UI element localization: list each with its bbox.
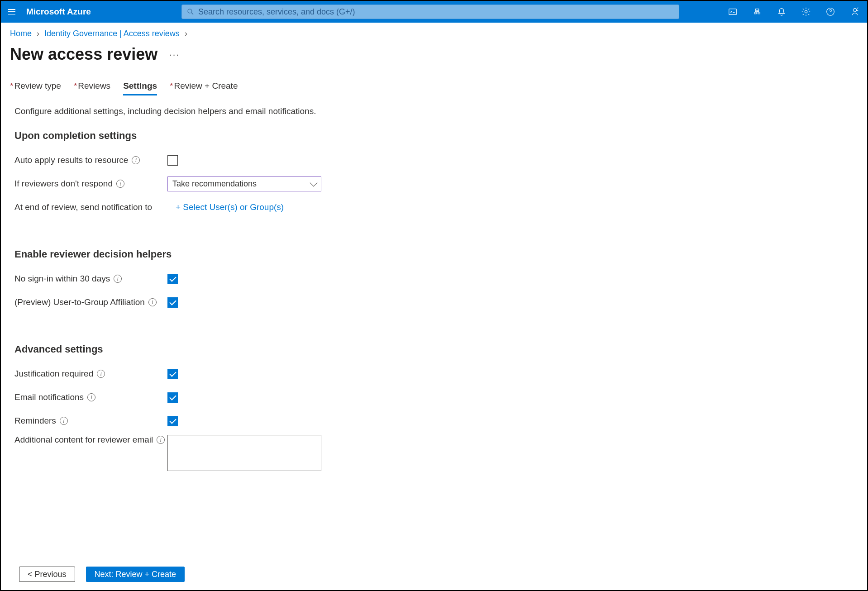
select-no-respond[interactable]: Take recommendations [167, 176, 321, 191]
chevron-right-icon: › [185, 29, 187, 38]
search-box[interactable] [181, 5, 679, 19]
label-no-respond: If reviewers don't respond [14, 179, 113, 189]
breadcrumb-identity-governance[interactable]: Identity Governance | Access reviews [44, 29, 180, 38]
info-icon[interactable]: i [116, 180, 124, 188]
chevron-down-icon [310, 179, 318, 187]
label-justification: Justification required [14, 369, 93, 379]
search-icon [186, 8, 195, 16]
notifications-icon[interactable] [769, 1, 794, 23]
section-upon-completion: Upon completion settings [14, 130, 854, 142]
wizard-footer: < Previous Next: Review + Create [1, 560, 867, 590]
info-icon[interactable]: i [87, 393, 95, 401]
tab-reviews[interactable]: *Reviews [74, 78, 110, 95]
textarea-additional-content[interactable] [167, 435, 321, 471]
cloud-shell-icon[interactable] [720, 1, 745, 23]
hamburger-icon [8, 9, 15, 14]
label-no-signin: No sign-in within 30 days [14, 274, 110, 284]
feedback-icon[interactable] [843, 1, 867, 23]
info-icon[interactable]: i [114, 275, 122, 283]
brand-label: Microsoft Azure [26, 7, 91, 17]
info-icon[interactable]: i [148, 298, 157, 306]
info-icon[interactable]: i [157, 436, 165, 444]
label-reminders: Reminders [14, 416, 56, 426]
checkbox-reminders[interactable] [167, 416, 178, 426]
section-decision-helpers: Enable reviewer decision helpers [14, 248, 854, 260]
svg-point-5 [853, 9, 856, 12]
top-icons [720, 1, 867, 23]
next-button[interactable]: Next: Review + Create [86, 567, 185, 582]
previous-button[interactable]: < Previous [19, 567, 75, 582]
directories-icon[interactable] [745, 1, 769, 23]
checkbox-user-group-affiliation[interactable] [167, 297, 178, 308]
tab-review-type[interactable]: *Review type [10, 78, 61, 95]
select-no-respond-value: Take recommendations [172, 179, 257, 189]
checkbox-auto-apply[interactable] [167, 155, 178, 166]
link-select-users[interactable]: + Select User(s) or Group(s) [176, 202, 284, 212]
top-bar: Microsoft Azure [1, 1, 867, 23]
svg-point-0 [188, 9, 192, 13]
label-email-notifications: Email notifications [14, 392, 84, 402]
section-advanced: Advanced settings [14, 343, 854, 355]
help-icon[interactable] [818, 1, 843, 23]
checkbox-justification[interactable] [167, 369, 178, 379]
tab-settings[interactable]: Settings [123, 78, 157, 95]
info-icon[interactable]: i [60, 417, 68, 425]
label-auto-apply: Auto apply results to resource [14, 155, 128, 165]
breadcrumb-home[interactable]: Home [10, 29, 32, 38]
svg-line-1 [191, 13, 193, 14]
label-end-notify: At end of review, send notification to [14, 202, 152, 212]
more-actions-button[interactable]: ··· [169, 49, 180, 60]
chevron-right-icon: › [37, 29, 39, 38]
page-title: New access review [10, 45, 157, 64]
label-user-group-affiliation: (Preview) User-to-Group Affiliation [14, 297, 145, 307]
settings-icon[interactable] [794, 1, 818, 23]
hamburger-menu[interactable] [1, 1, 23, 23]
breadcrumb: Home › Identity Governance | Access revi… [1, 23, 867, 40]
tab-review-create[interactable]: *Review + Create [170, 78, 238, 95]
label-additional-content: Additional content for reviewer email [14, 435, 153, 445]
checkbox-no-signin[interactable] [167, 274, 178, 284]
checkbox-email-notifications[interactable] [167, 392, 178, 403]
tabs: *Review type *Reviews Settings *Review +… [1, 78, 867, 95]
svg-rect-2 [729, 9, 737, 15]
info-icon[interactable]: i [132, 156, 140, 164]
page-description: Configure additional settings, including… [14, 106, 854, 116]
svg-point-3 [805, 10, 807, 13]
info-icon[interactable]: i [97, 370, 105, 378]
search-input[interactable] [198, 7, 674, 17]
